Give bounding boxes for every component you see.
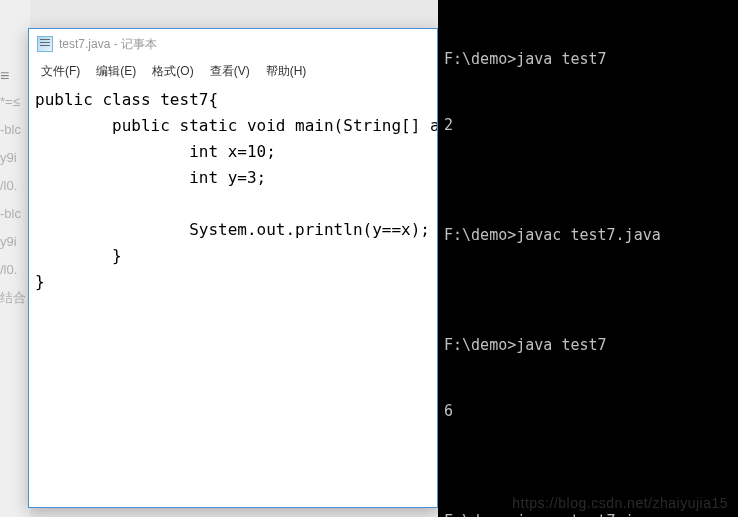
notepad-text-area[interactable]: public class test7{ public static void m… [29,83,437,507]
terminal-line: F:\demo>javac test7.java [444,510,732,517]
notepad-title: test7.java - 记事本 [59,36,157,53]
menu-edit[interactable]: 编辑(E) [88,60,144,83]
notepad-icon [37,36,53,52]
notepad-menubar: 文件(F) 编辑(E) 格式(O) 查看(V) 帮助(H) [29,59,437,83]
notepad-window: test7.java - 记事本 文件(F) 编辑(E) 格式(O) 查看(V)… [28,28,438,508]
notepad-titlebar[interactable]: test7.java - 记事本 [29,29,437,59]
terminal-line: F:\demo>java test7 [444,48,732,70]
menu-help[interactable]: 帮助(H) [258,60,315,83]
menu-format[interactable]: 格式(O) [144,60,201,83]
terminal-line: F:\demo>java test7 [444,334,732,356]
terminal-output: 6 [444,400,732,422]
command-prompt-terminal[interactable]: F:\demo>java test7 2 F:\demo>javac test7… [438,0,738,517]
terminal-line: F:\demo>javac test7.java [444,224,732,246]
terminal-output: 2 [444,114,732,136]
bg-hash-symbol: ≡ [0,62,9,90]
background-page-fragments: ≡ 、 *=≤ -blc y9i /l0. -blc y9i /l0. 结合 [0,0,30,517]
menu-file[interactable]: 文件(F) [33,60,88,83]
menu-view[interactable]: 查看(V) [202,60,258,83]
